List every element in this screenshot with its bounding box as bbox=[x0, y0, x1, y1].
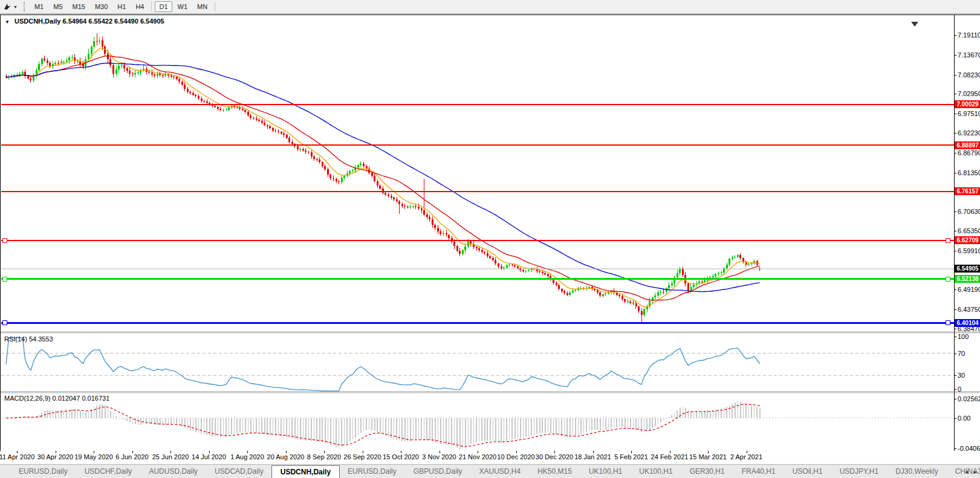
axis-tick bbox=[954, 448, 956, 449]
line-price-badge: 6.52138 bbox=[955, 275, 980, 283]
chart-symbol-label: USDCNH,Daily bbox=[15, 18, 60, 25]
line-handle bbox=[2, 321, 7, 325]
axis-tick bbox=[954, 55, 956, 56]
symbol-tab-audusd-daily[interactable]: AUDUSD,Daily bbox=[141, 465, 206, 477]
price-tick-label: 6.92230 bbox=[958, 129, 980, 137]
price-tick-label: 6.97510 bbox=[958, 110, 980, 118]
tab-scroll-arrows: ◄ ► bbox=[964, 465, 978, 478]
axis-tick bbox=[954, 309, 956, 310]
line-handle bbox=[946, 277, 950, 281]
axis-tick bbox=[954, 231, 956, 231]
symbol-tab-eurusd-daily[interactable]: EURUSD,Daily bbox=[340, 465, 404, 477]
symbol-tab-eurusd-daily[interactable]: EURUSD,Daily bbox=[11, 465, 76, 477]
macd-histogram bbox=[6, 402, 760, 449]
axis-tick bbox=[954, 337, 956, 337]
symbol-tab-uk100-h1[interactable]: UK100,H1 bbox=[581, 465, 630, 477]
toolbar-grip[interactable] bbox=[24, 2, 25, 11]
timeframe-button-m15[interactable]: M15 bbox=[68, 1, 89, 12]
rsi-axis-label: 30 bbox=[958, 372, 965, 379]
line-price-badge: 6.62709 bbox=[955, 236, 980, 244]
macd-axis-label: 0.00 bbox=[958, 415, 970, 422]
tab-scroll-left-icon[interactable]: ◄ bbox=[964, 469, 969, 475]
price-tick-label: 7.13670 bbox=[958, 51, 980, 59]
axis-tick bbox=[954, 329, 956, 329]
symbol-tab-xauusd-h4[interactable]: XAUUSD,H4 bbox=[471, 465, 528, 477]
timeframe-button-m5[interactable]: M5 bbox=[49, 1, 67, 12]
macd-pane[interactable] bbox=[1, 393, 954, 451]
line-price-badge: 6.40104 bbox=[955, 319, 980, 327]
price-chart-pane[interactable] bbox=[1, 16, 954, 332]
symbol-tab-usdcad-daily[interactable]: USDCAD,Daily bbox=[207, 465, 271, 477]
timeframe-button-h4[interactable]: H4 bbox=[131, 1, 148, 12]
date-axis: 11 Apr 202030 Apr 202019 May 20206 Jun 2… bbox=[0, 451, 980, 464]
price-tick-label: 6.43750 bbox=[958, 306, 980, 314]
symbol-tab-hk50-m15[interactable]: HK50,M15 bbox=[530, 465, 580, 477]
timeframe-button-m1[interactable]: M1 bbox=[30, 1, 48, 12]
line-price-badge: 7.00029 bbox=[955, 100, 980, 108]
timeframe-button-m30[interactable]: M30 bbox=[91, 1, 112, 12]
chart-shift-marker[interactable] bbox=[911, 22, 918, 27]
chart-window: ▼ USDCNH,Daily 6.54964 6.55422 6.54490 6… bbox=[0, 15, 980, 451]
symbol-tab-usdcnh-daily[interactable]: USDCNH,Daily bbox=[271, 465, 340, 478]
chart-ohlc-values: 6.54964 6.55422 6.54490 6.54905 bbox=[62, 18, 164, 25]
symbol-tab-fra40-h1[interactable]: FRA40,H1 bbox=[734, 465, 784, 477]
timeframe-button-w1[interactable]: W1 bbox=[174, 1, 192, 12]
axis-tick bbox=[954, 35, 956, 36]
toolbar-separator bbox=[215, 2, 215, 11]
price-tick-label: 6.65350 bbox=[958, 227, 980, 235]
line-handle bbox=[2, 277, 7, 281]
toolbar-separator bbox=[151, 2, 152, 11]
price-tick-label: 6.49190 bbox=[958, 286, 980, 294]
axis-tick bbox=[954, 375, 956, 376]
axis-tick bbox=[954, 133, 956, 134]
symbol-tab-usdjpy-h1[interactable]: USDJPY,H1 bbox=[832, 465, 886, 477]
timeframe-button-mn[interactable]: MN bbox=[193, 1, 212, 12]
rsi-axis-label: 0 bbox=[958, 386, 961, 393]
line-handle bbox=[946, 238, 950, 242]
tabs-holder: EURUSD,DailyUSDCHF,DailyAUDUSD,DailyUSDC… bbox=[11, 465, 980, 478]
timeframe-toolbar: ▼ M1M5M15M30H1H4D1W1MN bbox=[0, 0, 980, 14]
price-axis-line bbox=[954, 15, 955, 451]
axis-tick bbox=[954, 212, 956, 212]
axis-tick bbox=[954, 114, 956, 114]
axis-tick bbox=[954, 418, 956, 419]
symbol-tab-gbpusd-daily[interactable]: GBPUSD,Daily bbox=[406, 465, 470, 477]
axis-tick bbox=[954, 389, 956, 390]
pane-splitter[interactable] bbox=[1, 332, 980, 334]
price-tick-label: 7.02950 bbox=[958, 90, 980, 98]
axis-tick bbox=[954, 153, 956, 153]
timeframe-buttons: M1M5M15M30H1H4D1W1MN bbox=[30, 1, 218, 12]
timeframe-button-h1[interactable]: H1 bbox=[113, 1, 130, 12]
price-tick-label: 6.86790 bbox=[958, 149, 980, 157]
rsi-pane[interactable] bbox=[1, 334, 954, 392]
rsi-line bbox=[6, 338, 760, 391]
axis-tick bbox=[954, 399, 956, 399]
line-price-badge: 6.88897 bbox=[955, 141, 980, 149]
price-tick-label: 6.81350 bbox=[958, 169, 980, 177]
chart-title: ▼ USDCNH,Daily 6.54964 6.55422 6.54490 6… bbox=[5, 18, 164, 25]
symbol-tab-bar: EURUSD,DailyUSDCHF,DailyAUDUSD,DailyUSDC… bbox=[0, 464, 980, 478]
axis-tick bbox=[954, 173, 956, 173]
macd-axis-label: 0.025623 bbox=[958, 395, 980, 403]
chart-collapse-icon[interactable]: ▼ bbox=[5, 19, 10, 25]
price-tick-label: 7.08230 bbox=[958, 71, 980, 79]
symbol-tab-uk100-h1[interactable]: UK100,H1 bbox=[631, 465, 680, 477]
current-price-badge: 6.54905 bbox=[955, 265, 980, 273]
line-handle bbox=[946, 321, 950, 325]
tab-scroll-right-icon[interactable]: ► bbox=[973, 469, 978, 475]
symbol-tab-dj30-weekly[interactable]: DJ30,Weekly bbox=[888, 465, 946, 477]
cursor-tool-icon[interactable] bbox=[2, 2, 12, 11]
line-handle bbox=[2, 238, 7, 242]
chevron-down-icon[interactable]: ▼ bbox=[13, 5, 18, 9]
terminal-window: ▼ M1M5M15M30H1H4D1W1MN ▼ USDCNH,Daily 6.… bbox=[0, 0, 980, 478]
axis-tick bbox=[954, 354, 956, 354]
axis-tick bbox=[954, 251, 956, 251]
line-price-badge: 6.76157 bbox=[955, 187, 980, 195]
axis-tick bbox=[954, 75, 956, 76]
rsi-axis-label: 100 bbox=[958, 333, 969, 341]
symbol-tab-usdchf-daily[interactable]: USDCHF,Daily bbox=[77, 465, 140, 477]
symbol-tab-ger30-h1[interactable]: GER30,H1 bbox=[682, 465, 733, 477]
rsi-axis-label: 70 bbox=[958, 350, 965, 358]
symbol-tab-usoil-h1[interactable]: USOil,H1 bbox=[785, 465, 831, 477]
timeframe-button-d1[interactable]: D1 bbox=[155, 1, 172, 12]
